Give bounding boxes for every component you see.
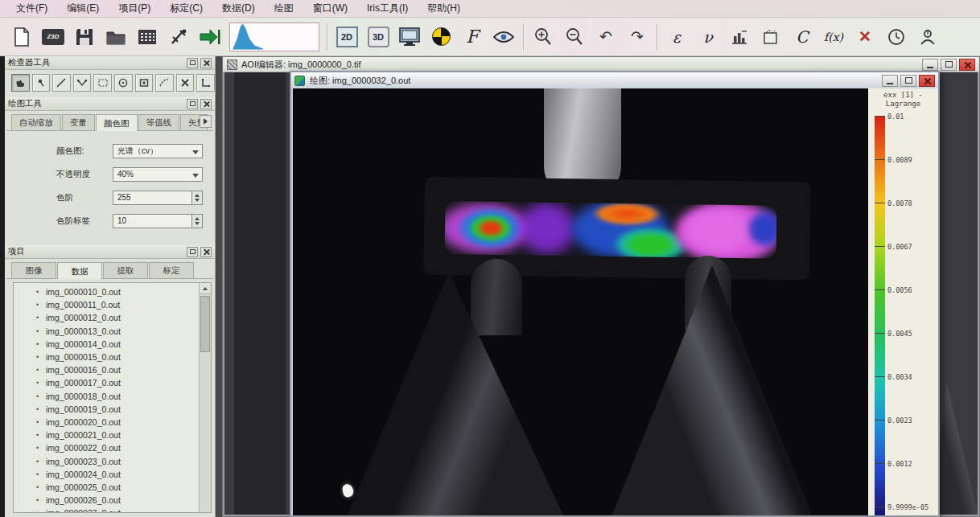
histogram-widget[interactable] — [229, 23, 319, 51]
font-button[interactable]: F — [460, 25, 484, 49]
view-2d-button[interactable]: 2D — [335, 25, 359, 49]
rect-tool-button[interactable] — [135, 74, 154, 92]
colormap-dropdown[interactable]: 光谱（cv） — [113, 144, 203, 158]
opacity-dropdown[interactable]: 40% — [113, 167, 203, 182]
list-item[interactable]: • img_0000017_0.out — [36, 376, 211, 389]
float-panel-button[interactable] — [187, 247, 198, 257]
close-panel-button[interactable] — [200, 58, 212, 68]
menu-item[interactable]: 标定(C) — [162, 0, 211, 17]
poisson-button[interactable]: ν — [696, 25, 720, 49]
plane-button[interactable] — [759, 25, 783, 49]
polyline-tool-button[interactable] — [73, 74, 92, 92]
point-tool-button[interactable] — [32, 74, 51, 92]
line-tool-button[interactable] — [52, 74, 71, 92]
project-panel-titlebar[interactable]: 项目 — [5, 245, 215, 259]
menu-item[interactable]: 帮助(H) — [419, 0, 468, 17]
spinner-arrows[interactable] — [191, 191, 202, 204]
list-item[interactable]: • img_0000018_0.out — [36, 390, 211, 403]
scroll-up-button[interactable] — [200, 283, 211, 294]
list-item[interactable]: • img_0000022_0.out — [36, 441, 211, 454]
z3d-project-button[interactable]: Z3D — [41, 25, 65, 49]
undo-button[interactable]: ↶ — [594, 25, 618, 49]
target-marker-button[interactable] — [429, 25, 453, 49]
float-panel-button[interactable] — [187, 58, 198, 68]
pan-tool-button[interactable] — [11, 74, 30, 92]
remove-button[interactable]: ✕ — [853, 25, 877, 49]
tab-variable[interactable]: 变量 — [62, 114, 95, 130]
correlation-button[interactable]: C — [790, 25, 814, 49]
chart-button[interactable] — [727, 25, 751, 49]
menu-item[interactable]: 编辑(E) — [59, 0, 107, 17]
tab-extract[interactable]: 提取 — [103, 262, 148, 278]
list-item[interactable]: • img_0000019_0.out — [36, 403, 211, 416]
redo-button[interactable]: ↷ — [625, 25, 649, 49]
inspector-panel-titlebar[interactable]: 检查器工具 — [5, 56, 215, 70]
user-button[interactable] — [916, 25, 940, 49]
level-labels-spinner[interactable]: 10 — [113, 214, 203, 228]
rect-select-tool-button[interactable] — [93, 74, 112, 92]
minimize-button[interactable] — [922, 59, 938, 71]
minimize-button[interactable] — [882, 75, 898, 87]
list-item[interactable]: • img_0000026_0.out — [36, 494, 211, 507]
close-panel-button[interactable] — [200, 247, 212, 257]
new-file-button[interactable] — [10, 25, 34, 49]
list-item[interactable]: • img_0000012_0.out — [36, 311, 211, 324]
maximize-button[interactable] — [900, 75, 916, 87]
caliper-button[interactable] — [167, 25, 191, 49]
tab-colormap[interactable]: 颜色图 — [96, 114, 138, 131]
zoom-in-button[interactable] — [531, 25, 555, 49]
tab-data[interactable]: 数据 — [57, 262, 102, 279]
menu-item[interactable]: 项目(P) — [110, 0, 159, 17]
circle-tool-button[interactable] — [114, 74, 133, 92]
list-item[interactable]: • img_0000024_0.out — [36, 468, 211, 481]
strain-button[interactable]: ε — [665, 25, 689, 49]
tab-scroll-button[interactable] — [200, 115, 212, 128]
tab-calibration[interactable]: 标定 — [149, 262, 194, 278]
maximize-button[interactable] — [941, 59, 957, 71]
display-button[interactable] — [397, 25, 422, 49]
function-button[interactable]: f(x) — [821, 25, 846, 49]
list-item[interactable]: • img_0000013_0.out — [36, 325, 211, 338]
list-scrollbar[interactable] — [199, 283, 211, 512]
data-table-button[interactable] — [135, 25, 159, 49]
list-item[interactable]: • img_0000014_0.out — [36, 338, 211, 351]
menu-item[interactable]: Iris工具(I) — [359, 0, 416, 17]
tab-autoscale[interactable]: 自动缩放 — [11, 114, 61, 130]
plot-window[interactable]: 绘图: img_0000032_0.out — [290, 71, 940, 517]
float-panel-button[interactable] — [187, 99, 198, 109]
list-item[interactable]: • img_0000025_0.out — [36, 481, 211, 494]
close-button[interactable] — [959, 59, 975, 71]
data-file-list[interactable]: • img_0000010_0.out • img_0000011_0.out … — [13, 282, 212, 513]
close-panel-button[interactable] — [200, 99, 212, 109]
tab-contour[interactable]: 等值线 — [138, 114, 180, 130]
open-folder-button[interactable] — [104, 25, 128, 49]
close-button[interactable] — [919, 75, 935, 87]
dic-image-view[interactable] — [293, 88, 868, 515]
scrollbar-thumb[interactable] — [200, 296, 210, 352]
menu-item[interactable]: 数据(D) — [214, 0, 263, 17]
menu-item[interactable]: 文件(F) — [8, 0, 56, 17]
spinner-arrows[interactable] — [191, 215, 202, 228]
plot-window-titlebar[interactable]: 绘图: img_0000032_0.out — [291, 72, 938, 88]
levels-spinner[interactable]: 255 — [113, 191, 203, 205]
list-item[interactable]: • img_0000021_0.out — [36, 429, 211, 441]
axis-tool-button[interactable] — [196, 74, 215, 92]
plot-tools-titlebar[interactable]: 绘图工具 — [5, 97, 215, 111]
list-item[interactable]: • img_0000016_0.out — [36, 363, 211, 376]
spline-tool-button[interactable] — [155, 74, 174, 92]
list-item[interactable]: • img_0000027_0.out — [36, 507, 211, 513]
menu-item[interactable]: 窗口(W) — [305, 0, 356, 17]
tab-images[interactable]: 图像 — [11, 262, 56, 278]
visibility-button[interactable] — [492, 25, 516, 49]
run-button[interactable] — [198, 25, 222, 49]
save-button[interactable] — [72, 25, 97, 49]
menu-item[interactable]: 绘图 — [266, 0, 302, 17]
delete-tool-button[interactable] — [176, 74, 195, 92]
zoom-out-button[interactable] — [562, 25, 587, 49]
list-item[interactable]: • img_0000020_0.out — [36, 416, 211, 429]
time-button[interactable] — [884, 25, 908, 49]
view-3d-button[interactable]: 3D — [366, 25, 390, 49]
list-item[interactable]: • img_0000010_0.out — [36, 285, 211, 298]
list-item[interactable]: • img_0000011_0.out — [36, 298, 211, 311]
list-item[interactable]: • img_0000015_0.out — [36, 351, 211, 363]
